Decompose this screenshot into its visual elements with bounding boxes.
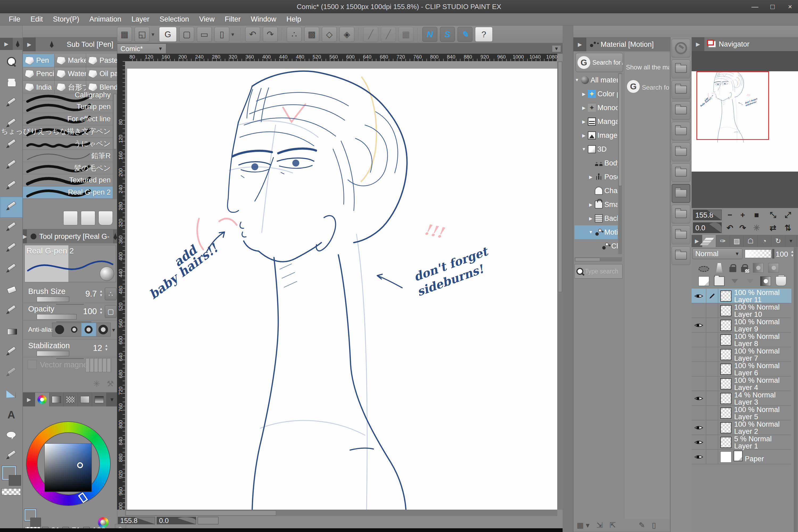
sv-cursor[interactable] xyxy=(77,462,83,468)
brush-item[interactable]: Real G-pen 2 xyxy=(23,187,113,199)
history-tab[interactable]: ◔ xyxy=(758,235,772,247)
navigator-panel-menu-icon[interactable]: ▶ xyxy=(691,37,704,51)
menu-help[interactable]: Help xyxy=(281,15,306,23)
import-material-icon[interactable]: ⇲ xyxy=(596,521,603,530)
dock-collapse-strip[interactable] xyxy=(563,25,573,532)
eraser-tool[interactable] xyxy=(0,280,23,301)
processing-icon[interactable]: ✳ xyxy=(93,379,100,388)
new-folder-button[interactable] xyxy=(714,277,725,286)
antialias-strong-button[interactable] xyxy=(96,323,111,336)
subtool-group-watercolor[interactable]: Watercolor xyxy=(55,67,86,80)
layer-visibility-toggle[interactable] xyxy=(691,376,706,391)
menu-storyp[interactable]: Story(P) xyxy=(48,15,84,23)
toolbar-flip-view-dropdown-icon[interactable]: ▼ xyxy=(151,32,155,38)
material-tree-scrollbar[interactable] xyxy=(618,73,622,254)
material-search-shortcut[interactable] xyxy=(672,39,690,57)
layer-thumbnail[interactable] xyxy=(720,364,732,375)
layer-visibility-toggle[interactable] xyxy=(691,450,706,464)
layer-thumbnail[interactable] xyxy=(720,290,732,302)
subtool-group-oil-paint[interactable]: Oil paint xyxy=(86,67,118,80)
delete-layer-button[interactable] xyxy=(776,277,786,286)
layer-thumbnail[interactable] xyxy=(720,451,732,462)
panel-resize-grip[interactable] xyxy=(794,247,798,532)
lock-transparent-pixels-icon[interactable] xyxy=(741,267,748,272)
layer-visibility-toggle[interactable] xyxy=(691,435,706,450)
layer-row-layer-4[interactable]: 100 % NormalLayer 4 xyxy=(691,376,791,391)
pen-tool[interactable] xyxy=(0,197,23,217)
layer-visibility-toggle[interactable] xyxy=(691,362,706,376)
navigator-rotation-value[interactable]: 0.0 xyxy=(693,222,722,233)
flip-horizontal-button[interactable]: ⇄ xyxy=(767,222,779,233)
vertical-scrollbar[interactable] xyxy=(557,61,563,510)
brush-item[interactable]: 鉛筆R xyxy=(23,150,113,162)
subtool-group-pastel[interactable]: Pastel xyxy=(86,54,118,67)
layer-thumbnail[interactable] xyxy=(720,334,732,345)
document-tab-dropdown-icon[interactable]: ▼ xyxy=(158,46,163,52)
new-subtool-button[interactable] xyxy=(81,211,95,225)
color-panel-menu-icon[interactable]: ▶ xyxy=(23,393,35,406)
canvas-page[interactable] xyxy=(127,69,557,510)
text-tool[interactable]: A xyxy=(0,404,23,425)
actual-size-icon[interactable]: ⤢ xyxy=(782,210,794,220)
close-button[interactable]: × xyxy=(785,3,795,11)
layer-thumbnail[interactable] xyxy=(720,305,732,316)
antialias-dropdown-icon[interactable]: ▼ xyxy=(111,327,116,333)
toolbar-workspace-icon[interactable]: ▦ xyxy=(117,27,132,42)
folder-download[interactable] xyxy=(672,205,690,224)
layer-visibility-toggle[interactable] xyxy=(691,391,706,406)
layer-thumbnail[interactable] xyxy=(720,378,732,390)
vector-magnet-checkbox[interactable] xyxy=(28,360,37,369)
transparent-color-swatch[interactable] xyxy=(2,488,21,495)
tab-list-dropdown[interactable]: ▼ xyxy=(552,45,561,52)
wrench-icon[interactable] xyxy=(100,267,114,281)
material-tree-character[interactable]: Character xyxy=(574,184,618,198)
layer-visibility-toggle[interactable] xyxy=(691,289,706,303)
folder-framework[interactable] xyxy=(672,246,690,265)
toolbar-undo-icon[interactable]: ↶ xyxy=(245,27,260,42)
brush-size-slider[interactable] xyxy=(37,297,69,302)
flip-vertical-button[interactable]: ⇅ xyxy=(782,222,794,233)
canvas-viewport[interactable] xyxy=(125,61,557,510)
copy-subtool-button[interactable] xyxy=(63,211,78,225)
toolbar-transform-icon[interactable]: ◈ xyxy=(339,27,354,42)
subtool-group-marker[interactable]: Marker xyxy=(55,54,86,67)
navigator-view-rect[interactable] xyxy=(697,71,769,140)
folder-color-pattern[interactable] xyxy=(672,80,690,99)
layer-property-tab[interactable]: ✑ xyxy=(716,235,730,247)
toolbar-grid-off-icon[interactable]: ▦ xyxy=(398,27,413,42)
create-mask-button[interactable] xyxy=(760,277,771,286)
brush-item[interactable]: Textured pen xyxy=(23,174,113,187)
material-settings-icon[interactable]: ✎ xyxy=(639,521,645,530)
layer-row-layer-6[interactable]: 100 % NormalLayer 6 xyxy=(691,362,791,376)
toolbar-vector-pen-icon[interactable]: ✎ xyxy=(457,27,472,42)
brush-item[interactable]: ちょっぴりえっちな描き文字ペン xyxy=(23,125,113,137)
menu-edit[interactable]: Edit xyxy=(25,15,48,23)
layer-thumbnail[interactable] xyxy=(720,320,732,331)
toolbar-snap-guide-off-icon[interactable]: ╱ xyxy=(381,27,396,42)
layer-panel-menu-icon[interactable]: ▶ xyxy=(691,235,702,247)
layer-row-paper[interactable]: Paper xyxy=(691,450,791,464)
material-tree-motion[interactable]: ▼Motion xyxy=(574,225,618,239)
right-arrow-icon[interactable]: ▶ xyxy=(582,119,586,124)
folder-manga-download[interactable] xyxy=(672,122,690,140)
vector-magnet-strength[interactable] xyxy=(86,358,111,372)
antialias-middle-button[interactable] xyxy=(81,323,96,336)
ruler-tool[interactable] xyxy=(0,384,23,404)
toolbar-help-icon[interactable]: ? xyxy=(475,27,493,42)
balloon-tool[interactable] xyxy=(0,425,23,446)
toolbar-new-file-icon[interactable]: ▢ xyxy=(179,27,194,42)
brush-item[interactable]: Turnip pen xyxy=(23,101,113,113)
enable-mask-icon[interactable] xyxy=(753,263,763,273)
toolbar-save-page-dropdown-icon[interactable]: ▼ xyxy=(230,32,235,38)
material-tree-all-material[interactable]: ▼All material xyxy=(574,73,618,87)
brush-item[interactable]: For effect line xyxy=(23,113,113,125)
folder-monochromatic[interactable] xyxy=(672,101,690,120)
layer-opacity-stepper[interactable]: ▲▼ xyxy=(791,249,794,258)
rotate-ccw-button[interactable]: ↶ xyxy=(724,222,736,233)
menu-animation[interactable]: Animation xyxy=(84,15,126,23)
tool-panel-menu-icon[interactable]: ▶ xyxy=(0,38,13,50)
navigator-tab[interactable]: Navigator xyxy=(704,37,798,51)
material-panel-menu-icon[interactable]: ▶ xyxy=(573,38,586,51)
material-tree-pose[interactable]: ▶Pose xyxy=(574,170,618,184)
toolprop-panel-menu-icon[interactable]: ▶ xyxy=(23,230,27,243)
